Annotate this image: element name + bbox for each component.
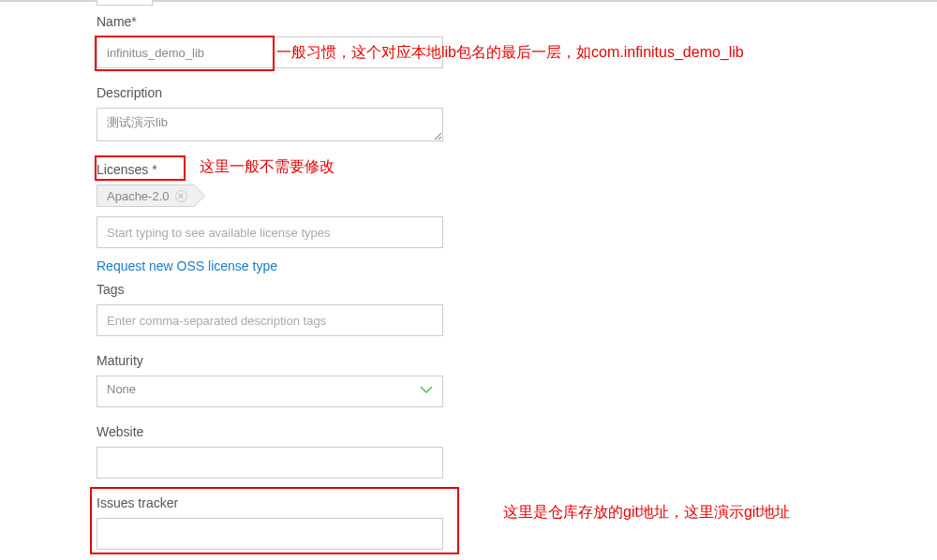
annotation-licenses: 这里一般不需要修改 <box>200 157 335 177</box>
description-field-group: Description <box>97 85 443 145</box>
tags-input[interactable] <box>97 304 443 336</box>
maturity-select-wrapper: None <box>97 376 443 407</box>
tags-field-group: Tags <box>97 282 443 336</box>
website-field-group: Website <box>97 424 443 479</box>
partial-field-above <box>97 0 153 6</box>
license-tag-text: Apache-2.0 <box>107 189 170 203</box>
close-icon[interactable]: × <box>175 190 187 202</box>
description-label: Description <box>97 85 443 100</box>
website-label: Website <box>97 424 443 439</box>
licenses-tag-row: Apache-2.0 × <box>97 184 443 207</box>
name-label: Name* <box>97 14 443 29</box>
licenses-search-input[interactable] <box>97 216 443 248</box>
website-input[interactable] <box>97 447 443 479</box>
request-license-row: Request new OSS license type <box>97 258 443 274</box>
description-input[interactable] <box>97 108 443 141</box>
tags-label: Tags <box>97 282 443 297</box>
annotation-version-control: 这里是仓库存放的git地址，这里演示git地址 <box>503 503 790 523</box>
form-container: Name* Description Licenses * Apache-2.0 … <box>97 14 443 560</box>
request-license-link[interactable]: Request new OSS license type <box>97 258 277 273</box>
maturity-select[interactable]: None <box>97 376 443 407</box>
maturity-field-group: Maturity None <box>97 353 443 407</box>
issues-tracker-input[interactable] <box>97 518 443 550</box>
license-tag[interactable]: Apache-2.0 × <box>97 184 194 207</box>
issues-tracker-label: Issues tracker <box>97 495 443 510</box>
annotation-name: 一般习惯，这个对应本地lib包名的最后一层，如com.infinitus_dem… <box>276 43 744 63</box>
maturity-label: Maturity <box>97 353 443 368</box>
issues-tracker-field-group: Issues tracker <box>97 495 443 550</box>
